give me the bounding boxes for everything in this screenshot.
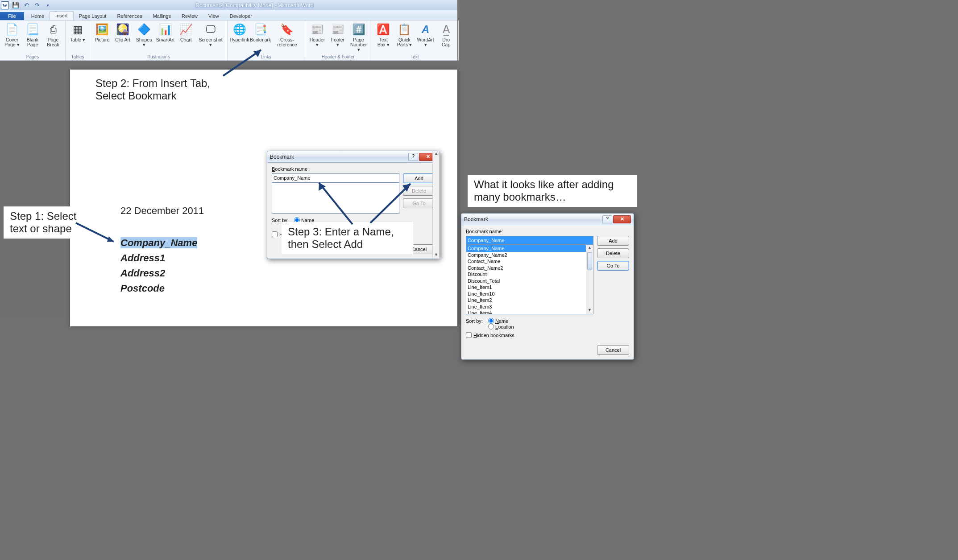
group-links-label: Links [230, 54, 302, 60]
close-icon[interactable]: ✕ [613, 215, 631, 223]
goto-button[interactable]: Go To [597, 261, 629, 271]
smartart-button[interactable]: 📊SmartArt [156, 21, 175, 48]
header-button[interactable]: 📰Header ▾ [308, 21, 327, 53]
address2[interactable]: Address2 [120, 268, 457, 279]
bookmark-listbox[interactable]: Company_Name Company_Name2 Contact_Name … [466, 245, 593, 314]
chart-button[interactable]: 📈Chart [177, 21, 195, 48]
qat-redo-icon[interactable]: ↷ [33, 1, 41, 9]
list-item[interactable]: Contact_Name [466, 258, 593, 265]
scrollbar[interactable]: ▲▼ [586, 245, 593, 314]
picture-button[interactable]: 🖼️Picture [93, 21, 112, 48]
add-button[interactable]: Add [403, 173, 435, 183]
bookmark-name-input[interactable] [466, 236, 593, 245]
group-pages-label: Pages [3, 54, 62, 60]
list-item[interactable]: Line_Item10 [466, 291, 593, 297]
footer-button[interactable]: 📰Footer ▾ [328, 21, 347, 53]
tab-developer[interactable]: Developer [224, 12, 257, 20]
callout-after: What it looks like after adding many boo… [468, 175, 637, 207]
tab-mailings[interactable]: Mailings [148, 12, 176, 20]
tab-insert[interactable]: Insert [50, 11, 74, 20]
cover-page-button[interactable]: 📄Cover Page ▾ [3, 21, 21, 48]
qat-undo-icon[interactable]: ↶ [22, 1, 30, 9]
list-item[interactable]: Line_Item2 [466, 297, 593, 304]
qat-customize-icon[interactable]: ▾ [44, 1, 52, 9]
dropcap-button[interactable]: A̲Dro Cap [437, 21, 456, 48]
bookmark-button[interactable]: 📑Bookmark [251, 21, 270, 48]
ribbon-tabs: File Home Insert Page Layout References … [0, 10, 457, 21]
company-name-selection[interactable]: Company_Name [120, 237, 197, 248]
hidden-bookmarks-checkbox[interactable]: Hidden bookmarks [466, 332, 629, 338]
textbox-button[interactable]: 🅰️Text Box ▾ [374, 21, 393, 48]
group-tables-label: Tables [68, 54, 87, 60]
tab-view[interactable]: View [203, 12, 224, 20]
tab-pagelayout[interactable]: Page Layout [74, 12, 112, 20]
screenshot-button[interactable]: 🖵Screenshot ▾ [197, 21, 224, 48]
scrollbar[interactable]: ▲ ▼ [432, 151, 440, 259]
dialog-titlebar[interactable]: Bookmark ? ✕ [267, 151, 440, 163]
pageno-button[interactable]: #️⃣Page Number ▾ [349, 21, 368, 53]
bookmark-listbox[interactable]: ▲ ▼ [272, 182, 399, 214]
bookmark-name-label: Bookmark name: [272, 166, 435, 172]
group-headerfooter-label: Header & Footer [308, 54, 368, 60]
table-button[interactable]: ▦Table ▾ [68, 21, 87, 43]
word-icon: W [1, 1, 9, 9]
delete-button[interactable]: Delete [597, 248, 629, 258]
clipart-button[interactable]: 🎑Clip Art [113, 21, 132, 48]
wordart-button[interactable]: AWordArt ▾ [416, 21, 435, 48]
help-icon[interactable]: ? [602, 215, 612, 223]
qat-save-icon[interactable]: 💾 [12, 1, 20, 9]
blank-page-button[interactable]: 📃Blank Page [23, 21, 42, 48]
tab-references[interactable]: References [112, 12, 147, 20]
titlebar: W 💾 ↶ ↷ ▾ Document2 [Compatibility Mode]… [0, 0, 457, 10]
postcode[interactable]: Postcode [120, 283, 457, 294]
shapes-button[interactable]: 🔷Shapes ▾ [134, 21, 154, 48]
list-item[interactable]: Line_Item3 [466, 304, 593, 310]
bookmark-name-label: Bookmark name: [466, 229, 629, 234]
bookmark-dialog-2: Bookmark ? ✕ Bookmark name: Company_Name… [461, 213, 634, 360]
quickparts-button[interactable]: 📋Quick Parts ▾ [394, 21, 414, 48]
sort-name-radio[interactable]: Name [488, 318, 508, 324]
list-item[interactable]: Contact_Name2 [466, 265, 593, 272]
tab-home[interactable]: Home [26, 12, 50, 20]
dialog-title: Bookmark [464, 216, 488, 222]
delete-button[interactable]: Delete [403, 186, 435, 196]
list-item[interactable]: Line_Item4 [466, 310, 593, 314]
hyperlink-button[interactable]: 🌐Hyperlink [230, 21, 249, 48]
tab-review[interactable]: Review [176, 12, 203, 20]
callout-step3: Step 3: Enter a Name, then Select Add [282, 222, 413, 254]
tab-file[interactable]: File [0, 12, 24, 20]
dialog-title: Bookmark [270, 154, 294, 160]
list-item[interactable]: Line_Item1 [466, 284, 593, 291]
ribbon: 📄Cover Page ▾ 📃Blank Page ⎙Page Break Pa… [0, 21, 457, 61]
crossref-button[interactable]: 🔖Cross-reference [272, 21, 302, 48]
callout-step1: Step 1: Select text or shape [4, 206, 97, 239]
group-illustrations-label: Illustrations [93, 54, 224, 60]
help-icon[interactable]: ? [408, 153, 418, 161]
list-item[interactable]: Discount_Total [466, 278, 593, 284]
add-button[interactable]: Add [597, 236, 629, 246]
cancel-button[interactable]: Cancel [597, 345, 629, 355]
window-title: Document2 [Compatibility Mode] - Microso… [52, 2, 457, 8]
list-item[interactable]: Discount [466, 271, 593, 278]
page-break-button[interactable]: ⎙Page Break [44, 21, 62, 48]
sortby-label: Sort by: [466, 318, 483, 324]
list-item[interactable]: Company_Name2 [466, 252, 593, 259]
list-item[interactable]: Company_Name [466, 245, 593, 252]
sort-location-radio[interactable]: Location [488, 324, 514, 329]
goto-button[interactable]: Go To [403, 198, 435, 208]
bookmark-name-input[interactable] [272, 173, 399, 182]
group-text-label: Text [374, 54, 455, 60]
dialog-titlebar[interactable]: Bookmark ? ✕ [461, 214, 634, 225]
callout-step2: Step 2: From Insert Tab, Select Bookmark [89, 74, 223, 106]
